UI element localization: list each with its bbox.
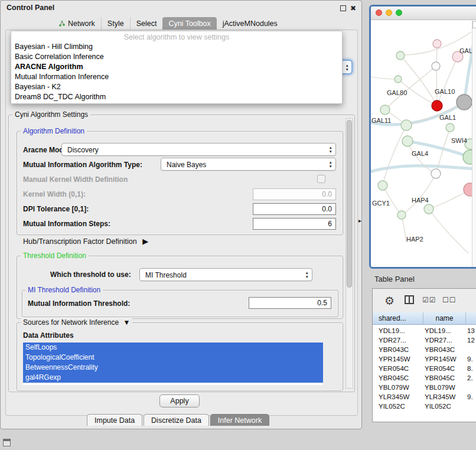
tab-impute-data[interactable]: Impute Data	[87, 414, 142, 426]
algorithm-option[interactable]: Mutual Information Inference	[14, 72, 340, 82]
node-label: GAL1	[439, 114, 456, 121]
network-node[interactable]	[397, 211, 406, 219]
which-threshold-select[interactable]: MI Threshold ▲▼	[139, 268, 312, 281]
cell: YLR345W	[379, 392, 422, 402]
network-graph: GAL8 GAL80 GAL10 GAL11 GAL1 SWI4 GAL4 GC…	[371, 20, 474, 267]
network-node[interactable]	[424, 204, 433, 214]
close-traffic-light-icon[interactable]	[376, 9, 382, 16]
algorithm-option[interactable]: Bayesian - K2	[14, 82, 340, 92]
network-node[interactable]	[457, 94, 472, 110]
attribute-item-selected[interactable]: TopologicalCoefficient	[23, 353, 323, 363]
table-row[interactable]: YBR045C YBR045C 2.	[373, 373, 476, 383]
table-row[interactable]: YBR043C YBR043C	[373, 345, 476, 354]
manual-kernel-label: Manual Kernel Width Definition	[23, 175, 128, 184]
algorithm-option[interactable]: Bayesian - Hill Climbing	[14, 42, 340, 52]
network-node[interactable]	[396, 51, 405, 60]
attribute-item-selected[interactable]: SelfLoops	[23, 343, 323, 353]
network-node[interactable]	[432, 62, 440, 70]
deselect-all-checkboxes-icon[interactable]: ☐☐	[442, 296, 457, 304]
cell: YBR045C	[379, 373, 422, 383]
node-label: GAL11	[371, 117, 391, 124]
algorithm-dropdown-popup: Select algorithm to view settings Bayesi…	[11, 31, 343, 104]
network-node[interactable]	[433, 40, 441, 48]
table-row[interactable]: YLR345W YLR345W 9.	[373, 392, 476, 402]
tab-jactivemnodules[interactable]: jActiveMNodules	[217, 17, 283, 30]
table-row[interactable]: YER054C YER054C 8.	[373, 364, 476, 373]
cell: YBR043C	[425, 345, 465, 354]
tab-style[interactable]: Style	[101, 17, 130, 30]
mi-steps-label: Mutual Information Steps:	[23, 220, 110, 228]
tab-cyni-toolbox[interactable]: Cyni Toolbox	[162, 17, 216, 30]
node-label: GAL80	[387, 89, 407, 96]
zoom-traffic-light-icon[interactable]	[396, 9, 402, 16]
algorithm-option[interactable]: Dream8 DC_TDC Algorithm	[14, 92, 340, 102]
network-canvas-area[interactable]: GAL8 GAL80 GAL10 GAL11 GAL1 SWI4 GAL4 GC…	[371, 20, 476, 267]
dpi-tolerance-input[interactable]: 0.0	[253, 203, 336, 215]
sources-title: Sources for Network Inference	[23, 318, 119, 327]
tab-infer-network[interactable]: Infer Network	[210, 414, 269, 426]
cell: YER054C	[379, 364, 422, 373]
float-window-icon[interactable]	[340, 5, 346, 11]
network-view-window: GAL8 GAL80 GAL10 GAL11 GAL1 SWI4 GAL4 GC…	[369, 5, 476, 269]
tab-network[interactable]: Network	[53, 17, 101, 30]
network-node[interactable]	[380, 105, 390, 115]
group-title: MI Threshold Definition	[25, 286, 103, 294]
selected-value: Discovery	[67, 146, 99, 154]
kernel-width-input[interactable]: 0.0	[253, 188, 336, 200]
network-node[interactable]	[446, 123, 454, 132]
restore-panel-icon[interactable]	[3, 439, 11, 446]
selected-value: MI Threshold	[145, 271, 187, 279]
column-header-shared[interactable]: shared...	[373, 312, 423, 325]
apply-button[interactable]: Apply	[159, 394, 200, 407]
columns-icon[interactable]	[405, 295, 414, 304]
network-node[interactable]	[401, 120, 412, 131]
column-header-name[interactable]: name	[423, 312, 466, 325]
network-node[interactable]	[378, 181, 387, 190]
network-node[interactable]	[431, 169, 441, 178]
minimize-traffic-light-icon[interactable]	[386, 9, 392, 16]
mi-threshold-input[interactable]: 0.5	[249, 297, 331, 309]
dpi-tolerance-label: DPI Tolerance [0,1]:	[23, 205, 89, 213]
attributes-list: SelfLoops TopologicalCoefficient Between…	[23, 343, 323, 385]
triangle-down-icon: ▼	[123, 318, 130, 327]
table-row[interactable]: YPR145W YPR145W 9.	[373, 354, 476, 364]
network-window-titlebar[interactable]	[371, 6, 476, 20]
network-scrollbar-button[interactable]	[472, 21, 476, 28]
attribute-item-selected[interactable]: BetweennessCentrality	[23, 363, 323, 373]
splitter-collapse-arrow-icon[interactable]: ▸	[358, 217, 361, 224]
mi-type-label: Mutual Information Algorithm Type:	[23, 161, 142, 169]
attribute-item-selected[interactable]: gal4RGexp	[23, 373, 323, 383]
network-node[interactable]	[402, 136, 413, 146]
cell: YIL052C	[379, 402, 422, 411]
settings-scrollbar-thumb[interactable]	[347, 120, 352, 288]
algorithm-option[interactable]: Basic Correlation Inference	[14, 52, 340, 62]
cell: 2.	[467, 373, 476, 383]
network-scrollbar[interactable]	[472, 20, 476, 267]
gear-icon[interactable]: ⚙	[384, 294, 395, 308]
aracne-mode-select[interactable]: Discovery ▲▼	[61, 143, 336, 156]
settings-scrollbar[interactable]	[345, 118, 353, 389]
cell: 13	[467, 326, 476, 335]
mi-algorithm-type-select[interactable]: Naive Bayes ▲▼	[161, 158, 336, 171]
mi-steps-input[interactable]: 6	[253, 218, 336, 230]
network-icon	[58, 20, 66, 27]
tab-select[interactable]: Select	[130, 17, 163, 30]
close-icon[interactable]: ✖	[350, 4, 356, 12]
table-row[interactable]: YBL079W YBL079W	[373, 383, 476, 392]
column-header-partial[interactable]	[466, 312, 476, 325]
manual-kernel-checkbox[interactable]	[317, 175, 325, 183]
table-row[interactable]: YDL19... YDL19... 13	[373, 326, 476, 335]
algorithm-option-selected[interactable]: ARACNE Algorithm	[14, 62, 340, 72]
network-node[interactable]	[395, 76, 402, 83]
cell: YDR27...	[425, 335, 465, 345]
mi-threshold-label: Mutual Information Threshold:	[28, 299, 130, 308]
table-row[interactable]: YIL052C YIL052C	[373, 402, 476, 411]
table-row[interactable]: YDR27... YDR27... 12	[373, 335, 476, 345]
hub-definition-toggle[interactable]: Hub/Transcription Factor Definition ▶	[23, 237, 148, 246]
network-node-gal10[interactable]	[432, 100, 442, 111]
select-all-checkboxes-icon[interactable]: ☑☑	[422, 296, 436, 304]
sources-toggle[interactable]: Sources for Network Inference ▼	[21, 318, 132, 327]
tab-discretize-data[interactable]: Discretize Data	[144, 414, 209, 426]
tab-label: Cyni Toolbox	[168, 19, 210, 28]
hub-definition-label: Hub/Transcription Factor Definition	[23, 237, 137, 246]
